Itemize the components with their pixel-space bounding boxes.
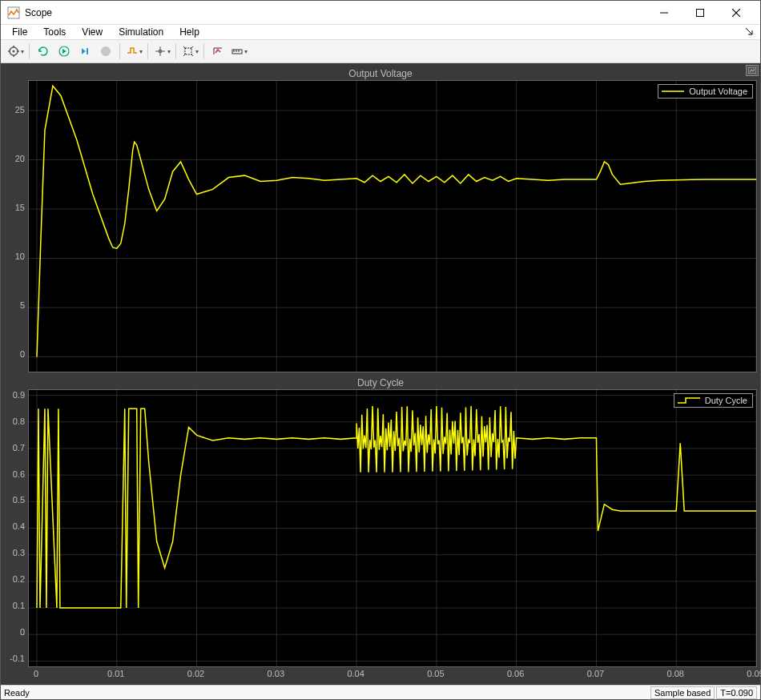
plot1-legend: Output Voltage [658, 84, 753, 99]
x-axis: 00.010.020.030.040.050.060.070.080.09 [28, 667, 757, 682]
app-icon [7, 6, 20, 19]
close-button[interactable] [718, 1, 754, 25]
maximize-button[interactable] [682, 1, 718, 25]
plot1-title: Output Voltage [4, 66, 757, 80]
plot-duty-cycle: Duty Cycle -0.100.10.20.30.40.50.60.70.8… [4, 376, 757, 682]
triggers-button[interactable]: ▾ [124, 42, 143, 61]
svg-marker-12 [62, 49, 66, 54]
menu-tools[interactable]: Tools [35, 25, 74, 39]
menu-simulation[interactable]: Simulation [111, 25, 171, 39]
configure-button[interactable]: ▾ [6, 42, 25, 61]
plot-output-voltage: Output Voltage 0510152025 Output Voltage [4, 66, 757, 372]
plot1-legend-label: Output Voltage [689, 86, 747, 96]
svg-marker-13 [82, 48, 86, 54]
window-title: Scope [25, 7, 646, 18]
svg-rect-2 [696, 9, 703, 16]
run-button[interactable] [54, 42, 74, 61]
plot2-chart[interactable]: Duty Cycle [28, 389, 757, 667]
svg-point-6 [12, 50, 14, 53]
legend-line-icon [662, 86, 684, 96]
plot1-y-axis: 0510152025 [4, 80, 28, 372]
plot2-title: Duty Cycle [4, 376, 757, 389]
undock-icon[interactable] [741, 26, 757, 38]
autoscale-button[interactable]: ▾ [180, 42, 199, 61]
statusbar: Ready Sample based T=0.090 [1, 685, 760, 699]
measurements-button[interactable]: ▾ [229, 42, 248, 61]
legend-step-icon [678, 396, 700, 405]
minimize-button[interactable] [646, 1, 682, 25]
menu-file[interactable]: File [4, 25, 35, 39]
scope-window: Scope File Tools View Simulation Help ▾ … [0, 0, 761, 700]
cursor-button[interactable]: ▾ [152, 42, 171, 61]
toolbar: ▾ ▾ ▾ ▾ ▾ [1, 40, 760, 63]
titlebar: Scope [1, 1, 760, 25]
plot1-chart[interactable]: Output Voltage [28, 80, 757, 372]
plot2-legend-label: Duty Cycle [705, 396, 747, 405]
plot-area: Output Voltage 0510152025 Output Voltage… [1, 63, 760, 685]
svg-rect-19 [185, 48, 191, 54]
stop-button[interactable] [96, 42, 115, 61]
plot2-legend: Duty Cycle [674, 393, 753, 408]
menubar: File Tools View Simulation Help [1, 25, 760, 40]
menu-view[interactable]: View [74, 25, 111, 39]
svg-rect-14 [87, 48, 88, 54]
svg-point-15 [101, 46, 111, 56]
plot2-y-axis: -0.100.10.20.30.40.50.60.70.80.9 [4, 389, 28, 667]
status-time: T=0.090 [716, 686, 757, 699]
menu-help[interactable]: Help [171, 25, 207, 39]
step-forward-button[interactable] [75, 42, 95, 61]
status-ready: Ready [4, 688, 30, 698]
signal-stats-button[interactable] [208, 42, 227, 61]
status-mode: Sample based [650, 686, 715, 699]
restart-button[interactable] [34, 42, 53, 61]
